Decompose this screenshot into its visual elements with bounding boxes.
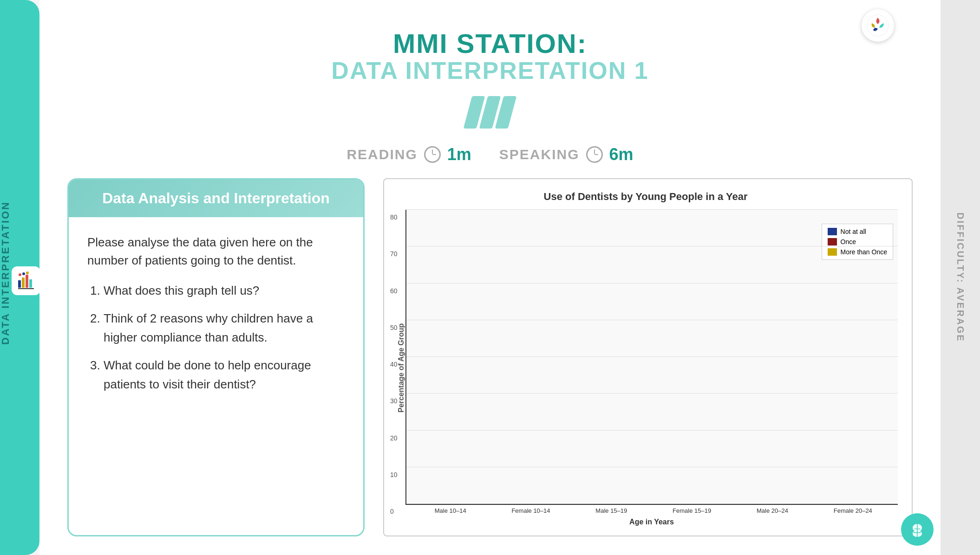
x-axis-label: Male 10–14 (410, 505, 490, 515)
question-3: What could be done to help encourage pat… (104, 356, 345, 394)
brain-icon (907, 519, 928, 540)
main-content: MMI STATION: DATA INTERPRETATION 1 READI… (39, 0, 941, 555)
grid-line: 10 (406, 467, 898, 467)
y-tick-label: 50 (390, 324, 398, 331)
card-intro: Please analyse the data given here on th… (87, 233, 345, 270)
content-row: Data Analysis and Interpretation Please … (67, 178, 913, 536)
x-axis-label: Female 15–19 (652, 505, 732, 515)
difficulty-label: DIFFICULTY: AVERAGE (955, 213, 966, 342)
chart-area: Percentage of Age Group Not at allOnceMo… (393, 210, 898, 526)
right-chart: Use of Dentists by Young People in a Yea… (383, 178, 913, 536)
card-header-title: Data Analysis and Interpretation (102, 190, 330, 207)
y-tick-label: 70 (390, 250, 398, 258)
svg-point-5 (22, 272, 25, 275)
x-axis-label: Male 20–24 (732, 505, 812, 515)
reading-value: 1m (447, 145, 471, 164)
y-tick-label: 0 (390, 508, 394, 515)
y-tick-label: 10 (390, 471, 398, 478)
speaking-clock-icon (586, 146, 603, 163)
svg-point-6 (26, 271, 29, 274)
grid-line: 70 (406, 246, 898, 246)
sidebar-label-container: DATA INTERPRETATION (0, 201, 40, 354)
grid-line: 30 (406, 393, 898, 394)
decorative-slashes (468, 96, 512, 129)
main-title: MMI STATION: (331, 28, 648, 59)
chart-icon (16, 271, 36, 290)
sidebar-icon-box (12, 266, 40, 295)
y-tick-label: 20 (390, 434, 398, 442)
reading-clock-icon (424, 146, 441, 163)
y-tick-label: 80 (390, 213, 398, 221)
sub-title: DATA INTERPRETATION 1 (331, 57, 648, 84)
svg-point-4 (19, 273, 21, 276)
grid-line: 20 (406, 430, 898, 431)
reading-label: READING (346, 147, 417, 162)
speaking-timing: SPEAKING 6m (499, 145, 634, 164)
left-sidebar: DATA INTERPRETATION (0, 0, 39, 555)
header-section: MMI STATION: DATA INTERPRETATION 1 (331, 28, 648, 84)
chart-plot: Not at allOnceMore than Once 01020304050… (405, 210, 898, 505)
reading-timing: READING 1m (346, 145, 471, 164)
card-questions-list: What does this graph tell us? Think of 2… (87, 281, 345, 394)
left-card: Data Analysis and Interpretation Please … (67, 178, 365, 536)
svg-rect-2 (26, 275, 28, 288)
question-2: Think of 2 reasons why children have a h… (104, 309, 345, 348)
speaking-value: 6m (609, 145, 634, 164)
x-axis-label: Female 10–14 (490, 505, 571, 515)
top-logo (862, 9, 894, 42)
speaking-label: SPEAKING (499, 147, 580, 162)
card-header: Data Analysis and Interpretation (69, 180, 363, 217)
grid-line: 40 (406, 356, 898, 357)
right-sidebar: DIFFICULTY: AVERAGE (941, 0, 980, 555)
question-1: What does this graph tell us? (104, 281, 345, 301)
grid-line: 50 (406, 320, 898, 320)
grid-line: 80 (406, 209, 898, 210)
x-axis-labels: Male 10–14Female 10–14Male 15–19Female 1… (405, 505, 898, 515)
chart-body: Not at allOnceMore than Once 01020304050… (405, 210, 898, 526)
svg-rect-3 (29, 279, 32, 288)
bottom-logo (901, 513, 934, 546)
y-tick-label: 30 (390, 397, 398, 405)
x-axis-label: Female 20–24 (813, 505, 893, 515)
timing-row: READING 1m SPEAKING 6m (346, 145, 633, 164)
y-tick-label: 40 (390, 361, 398, 368)
svg-rect-1 (22, 278, 25, 288)
card-body: Please analyse the data given here on th… (69, 217, 363, 535)
y-tick-label: 60 (390, 287, 398, 295)
sidebar-label: DATA INTERPRETATION (0, 201, 12, 345)
logo-icon (866, 14, 889, 37)
x-axis-label: Male 15–19 (571, 505, 652, 515)
grid-line: 0 (406, 503, 898, 504)
grid-line: 60 (406, 283, 898, 284)
x-axis-title: Age in Years (405, 518, 898, 526)
chart-title: Use of Dentists by Young People in a Yea… (393, 191, 898, 203)
svg-rect-0 (18, 280, 21, 288)
